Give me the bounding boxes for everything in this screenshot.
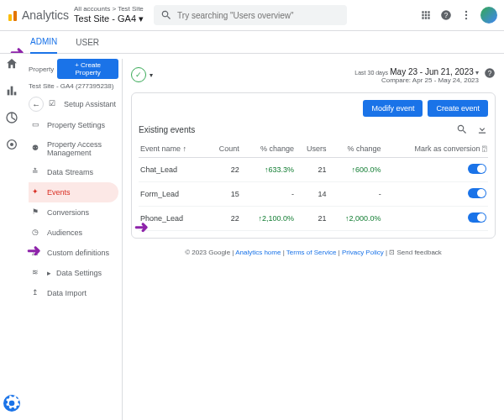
upload-icon: ↥ <box>32 288 42 298</box>
sidebar-item-data-import[interactable]: ↥Data Import <box>29 283 118 303</box>
sidebar-item-audiences[interactable]: ◷Audiences <box>29 223 118 243</box>
card-title: Existing events <box>139 125 195 134</box>
audience-icon: ◷ <box>32 228 42 238</box>
top-icons: ? <box>420 7 497 24</box>
layers-icon: ≋ <box>32 268 42 278</box>
col-count[interactable]: Count <box>208 140 241 158</box>
home-icon[interactable] <box>5 57 18 71</box>
top-bar: Analytics All accounts > Test Site Test … <box>0 0 504 30</box>
svg-point-4 <box>465 18 467 19</box>
svg-point-10 <box>10 143 13 146</box>
footer-link[interactable]: Analytics home <box>235 249 281 256</box>
svg-point-2 <box>465 11 467 13</box>
col-users[interactable]: Users <box>296 140 328 158</box>
advertising-icon[interactable] <box>5 138 18 151</box>
svg-text:?: ? <box>444 12 449 19</box>
events-icon: ✦ <box>32 187 42 197</box>
create-property-button[interactable]: + Create Property <box>57 59 118 79</box>
logo: Analytics <box>7 8 69 22</box>
search-input[interactable] <box>177 11 340 20</box>
more-icon[interactable] <box>460 9 472 21</box>
events-table: Event name ↑ Count % change Users % chan… <box>139 140 488 231</box>
conversion-toggle[interactable] <box>468 188 486 198</box>
col-event-name[interactable]: Event name ↑ <box>139 140 208 158</box>
chevron-down-icon[interactable]: ▾ <box>150 71 153 79</box>
gear-icon[interactable] <box>3 395 20 412</box>
col-mark: Mark as conversion ⍰ <box>383 140 488 158</box>
table-row[interactable]: Chat_Lead22↑633.3%21↑600.0% <box>139 158 488 182</box>
col-change2[interactable]: % change <box>328 140 383 158</box>
table-row[interactable]: Form_Lead15-14- <box>139 182 488 207</box>
svg-rect-6 <box>11 87 13 96</box>
property-switcher[interactable]: All accounts > Test Site Test Site - GA4… <box>74 6 144 24</box>
reports-icon[interactable] <box>5 84 18 97</box>
table-row[interactable]: Phone_Lead22↑2,100.0%21↑2,000.0% <box>139 207 488 231</box>
svg-rect-7 <box>14 92 17 95</box>
custom-icon: △ <box>32 248 42 258</box>
modify-event-button[interactable]: Modify event <box>363 100 423 117</box>
property-name: Test Site - GA4 <box>74 13 136 24</box>
left-rail <box>0 54 24 420</box>
product-name: Analytics <box>22 8 69 22</box>
analytics-logo-icon <box>7 9 18 21</box>
footer-link[interactable]: Terms of Service <box>286 249 337 256</box>
sidebar-item-events[interactable]: ✦Events <box>29 182 118 202</box>
conversion-toggle[interactable] <box>468 164 486 174</box>
tab-admin[interactable]: ADMIN <box>30 30 57 54</box>
help-icon[interactable]: ? <box>484 67 496 79</box>
svg-point-3 <box>465 14 467 16</box>
help-icon[interactable]: ? <box>440 9 452 21</box>
sidebar-item-setup[interactable]: ☑Setup Assistant <box>49 99 116 109</box>
sidebar-item-datastreams[interactable]: ≛Data Streams <box>29 162 118 182</box>
conversion-toggle[interactable] <box>468 213 486 223</box>
send-feedback[interactable]: Send feedback <box>396 249 441 256</box>
status-check-icon[interactable]: ✓ <box>131 67 146 82</box>
breadcrumb: All accounts > Test Site <box>74 6 144 13</box>
search-icon <box>160 9 172 21</box>
footer-link[interactable]: Privacy Policy <box>342 249 384 256</box>
search-box[interactable] <box>154 5 347 25</box>
apps-icon[interactable] <box>420 9 432 21</box>
flag-icon: ⚑ <box>32 207 42 218</box>
admin-sidebar: Property + Create Property Test Site - G… <box>29 59 123 420</box>
admin-tabs: ADMIN USER <box>0 30 504 54</box>
svg-rect-5 <box>8 90 10 96</box>
back-button[interactable]: ← <box>29 97 44 112</box>
people-icon: ⚉ <box>32 144 42 154</box>
footer: © 2023 Google | Analytics home | Terms o… <box>131 249 496 256</box>
create-event-button[interactable]: Create event <box>428 100 488 117</box>
svg-text:?: ? <box>488 70 492 77</box>
property-label: Property <box>29 66 54 73</box>
sidebar-item-conversions[interactable]: ⚑Conversions <box>29 202 118 223</box>
stream-icon: ≛ <box>32 167 42 177</box>
events-card: Modify event Create event Existing event… <box>131 92 496 239</box>
sidebar-item-data-settings[interactable]: ≋▸ Data Settings <box>29 263 118 283</box>
col-change1[interactable]: % change <box>241 140 296 158</box>
property-id: Test Site - GA4 (277395238) <box>29 82 118 90</box>
sidebar-item-custom[interactable]: △Custom definitions <box>29 243 118 263</box>
checkbox-icon: ☑ <box>49 99 59 109</box>
explore-icon[interactable] <box>5 111 18 124</box>
date-range-picker[interactable]: Last 30 days May 23 - Jun 21, 2023 ▾ Com… <box>354 67 479 84</box>
tab-user[interactable]: USER <box>76 38 99 47</box>
main-content: ✓ ▾ Last 30 days May 23 - Jun 21, 2023 ▾… <box>123 59 504 420</box>
download-icon[interactable] <box>476 123 488 135</box>
search-icon[interactable] <box>456 123 468 135</box>
sidebar-item-access[interactable]: ⚉Property Access Management <box>29 135 118 162</box>
avatar[interactable] <box>480 7 497 24</box>
document-icon: ▭ <box>32 120 42 130</box>
sidebar-item-property-settings[interactable]: ▭Property Settings <box>29 115 118 135</box>
